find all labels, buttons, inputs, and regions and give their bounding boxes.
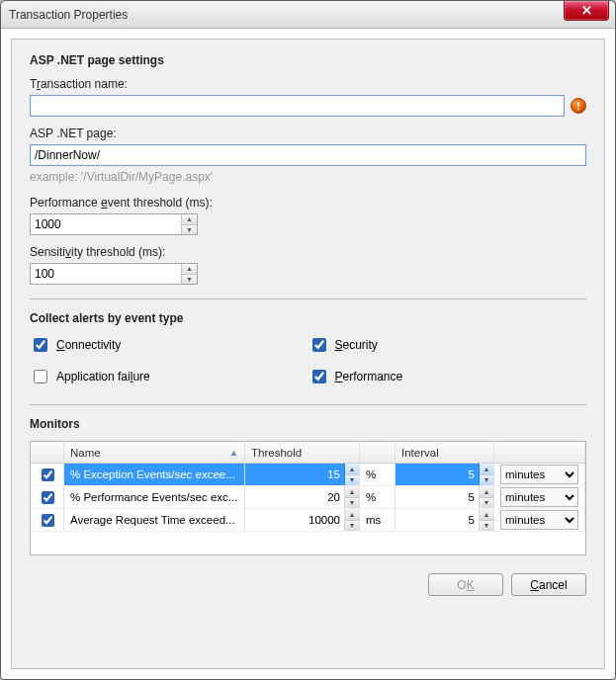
alert-connectivity[interactable]: Connectivity — [30, 335, 308, 355]
chevron-up-icon: ▲ — [186, 265, 193, 272]
col-header-interval[interactable]: Interval — [396, 442, 494, 463]
perf-threshold-spinner[interactable]: ▲ ▼ — [30, 213, 198, 235]
asp-page-label: ASP .NET page: — [30, 127, 586, 140]
chevron-down-icon: ▼ — [186, 226, 193, 233]
monitor-interval-cell[interactable]: 5▲▼ — [396, 509, 494, 531]
perf-threshold-label: Performance event threshold (ms): — [30, 196, 586, 210]
alerts-grid: Connectivity Security Application failur… — [30, 335, 586, 386]
close-icon: ✕ — [581, 4, 592, 17]
interval-up[interactable]: ▲ — [480, 464, 493, 475]
threshold-down[interactable]: ▼ — [345, 498, 359, 509]
monitor-threshold-cell[interactable]: 20▲▼ — [245, 486, 360, 508]
threshold-up[interactable]: ▲ — [345, 509, 359, 521]
alert-connectivity-checkbox[interactable] — [34, 338, 47, 352]
ok-button[interactable]: OK — [428, 573, 503, 596]
separator — [30, 404, 586, 405]
section-monitors: Monitors — [30, 417, 586, 431]
threshold-down[interactable]: ▼ — [345, 521, 359, 532]
sens-threshold-input[interactable] — [31, 264, 181, 284]
perf-threshold-input[interactable] — [31, 214, 181, 234]
col-header-unit[interactable] — [360, 442, 396, 463]
alert-app-failure-checkbox[interactable] — [34, 370, 47, 383]
monitor-name-cell: % Exception Events/sec excee... — [64, 464, 245, 485]
error-icon: ! — [571, 98, 586, 114]
monitor-interval-unit-cell[interactable]: minutes — [494, 464, 585, 485]
dialog-footer: OK Cancel — [30, 565, 586, 596]
sens-threshold-up[interactable]: ▲ — [182, 264, 197, 275]
monitor-interval-unit-cell[interactable]: minutes — [494, 509, 585, 531]
monitor-row-checkbox[interactable] — [42, 491, 54, 504]
alert-app-failure[interactable]: Application failure — [30, 367, 308, 386]
monitor-name-cell: Average Request Time exceed... — [64, 509, 245, 531]
interval-down[interactable]: ▼ — [480, 498, 493, 509]
monitor-interval-cell[interactable]: 5▲▼ — [396, 486, 494, 508]
alert-security-checkbox[interactable] — [312, 338, 326, 352]
interval-unit-select[interactable]: minutes — [500, 487, 578, 507]
col-header-check[interactable] — [31, 442, 64, 463]
alert-performance[interactable]: Performance — [308, 367, 587, 386]
separator — [30, 298, 586, 299]
interval-down[interactable]: ▼ — [480, 475, 493, 486]
threshold-up[interactable]: ▲ — [345, 486, 359, 498]
col-header-interval-unit[interactable] — [494, 442, 585, 463]
monitor-interval-cell[interactable]: 5▲▼ — [396, 464, 494, 485]
monitors-table: Name ▲ Threshold Interval % Exception Ev… — [30, 441, 586, 555]
col-header-threshold[interactable]: Threshold — [245, 442, 360, 463]
monitor-threshold-cell[interactable]: 10000▲▼ — [245, 509, 360, 531]
monitor-unit-cell: % — [360, 464, 396, 485]
sort-asc-icon: ▲ — [229, 448, 238, 458]
transaction-name-label: Transaction name: — [30, 77, 586, 91]
table-row[interactable]: % Exception Events/sec excee...15▲▼%5▲▼m… — [31, 464, 585, 486]
monitor-unit-cell: ms — [360, 509, 396, 531]
interval-up[interactable]: ▲ — [480, 486, 493, 498]
threshold-up[interactable]: ▲ — [345, 464, 359, 475]
interval-up[interactable]: ▲ — [480, 509, 493, 521]
sens-threshold-down[interactable]: ▼ — [182, 275, 197, 285]
col-header-name[interactable]: Name ▲ — [64, 442, 245, 463]
titlebar: Transaction Properties ✕ — [1, 1, 615, 29]
dialog-window: Transaction Properties ✕ ASP .NET page s… — [0, 0, 616, 680]
cancel-button[interactable]: Cancel — [511, 573, 586, 596]
dialog-body: ASP .NET page settings Transaction name:… — [1, 29, 615, 679]
monitor-row-checkbox[interactable] — [42, 468, 54, 481]
interval-unit-select[interactable]: minutes — [500, 510, 578, 530]
sens-threshold-label: Sensitivity threshold (ms): — [30, 245, 586, 259]
monitor-unit-cell: % — [360, 486, 396, 508]
table-row[interactable]: % Performance Events/sec exc...20▲▼%5▲▼m… — [31, 486, 585, 509]
asp-page-hint: example: '/VirtualDir/MyPage.aspx' — [30, 170, 586, 184]
monitors-rows: % Exception Events/sec excee...15▲▼%5▲▼m… — [31, 464, 585, 532]
chevron-up-icon: ▲ — [186, 215, 193, 222]
monitor-row-checkbox[interactable] — [42, 514, 54, 527]
asp-page-input[interactable] — [30, 144, 586, 166]
monitor-threshold-cell[interactable]: 15▲▼ — [245, 464, 360, 485]
threshold-down[interactable]: ▼ — [345, 475, 359, 486]
section-collect-alerts: Collect alerts by event type — [30, 311, 586, 325]
sens-threshold-spinner[interactable]: ▲ ▼ — [30, 263, 198, 285]
interval-down[interactable]: ▼ — [480, 521, 493, 532]
alert-performance-checkbox[interactable] — [312, 370, 326, 383]
section-page-settings: ASP .NET page settings — [30, 53, 586, 67]
interval-unit-select[interactable]: minutes — [500, 465, 578, 484]
alert-security[interactable]: Security — [308, 335, 587, 355]
window-title: Transaction Properties — [9, 8, 128, 22]
chevron-down-icon: ▼ — [186, 276, 193, 283]
perf-threshold-up[interactable]: ▲ — [182, 214, 197, 225]
monitor-name-cell: % Performance Events/sec exc... — [64, 486, 245, 508]
monitors-header: Name ▲ Threshold Interval — [31, 442, 585, 464]
content-panel: ASP .NET page settings Transaction name:… — [11, 39, 605, 669]
monitor-interval-unit-cell[interactable]: minutes — [494, 486, 585, 508]
perf-threshold-down[interactable]: ▼ — [182, 225, 197, 235]
close-button[interactable]: ✕ — [564, 1, 609, 21]
transaction-name-input[interactable] — [30, 95, 565, 117]
table-row[interactable]: Average Request Time exceed...10000▲▼ms5… — [31, 509, 585, 532]
